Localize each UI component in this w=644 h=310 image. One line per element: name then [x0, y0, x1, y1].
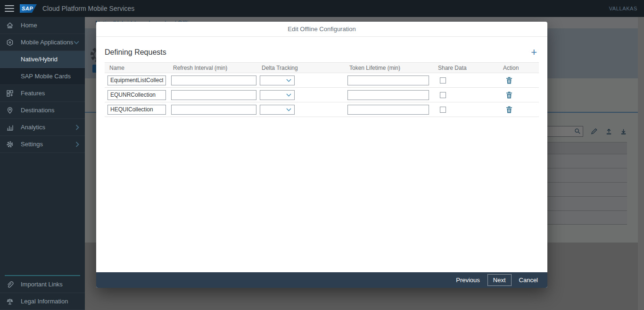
delta-tracking-select[interactable]: [260, 90, 295, 100]
sidebar-item-label: Analytics: [21, 124, 45, 131]
sidebar-item-destinations[interactable]: Destinations: [0, 102, 85, 119]
sidebar-footer: Important Links Legal Information: [0, 275, 85, 310]
mobile-applications-icon: [6, 38, 14, 47]
name-input[interactable]: [107, 105, 166, 115]
sidebar-item-legal-information[interactable]: Legal Information: [0, 293, 85, 310]
sidebar-item-label: Important Links: [21, 281, 63, 288]
user-name[interactable]: VALLAKAS: [609, 6, 637, 11]
chevron-down-icon: [74, 41, 79, 44]
sidebar-item-label: Native/Hybrid: [21, 56, 58, 63]
refresh-interval-input[interactable]: [171, 75, 256, 85]
sidebar-item-label: SAP Mobile Cards: [21, 73, 71, 80]
column-header-share-data: Share Data: [433, 65, 498, 71]
menu-icon[interactable]: [5, 5, 14, 12]
legal-icon: [6, 297, 14, 306]
link-icon: [6, 280, 14, 289]
shell-bar: SAP Cloud Platform Mobile Services VALLA…: [0, 0, 644, 17]
table-row: [105, 102, 539, 117]
token-lifetime-input[interactable]: [347, 105, 429, 115]
delta-tracking-select[interactable]: [260, 75, 295, 85]
sidebar-item-label: Destinations: [21, 107, 55, 114]
add-row-button[interactable]: +: [529, 48, 539, 57]
chevron-down-icon: [286, 79, 291, 82]
analytics-icon: [6, 123, 14, 132]
name-input[interactable]: [107, 90, 166, 100]
token-lifetime-input[interactable]: [347, 90, 429, 100]
dialog-footer: Previous Next Cancel: [96, 272, 547, 288]
delete-row-icon[interactable]: [506, 92, 512, 99]
settings-icon: [6, 140, 14, 149]
next-button[interactable]: Next: [487, 274, 512, 286]
features-icon: [6, 89, 14, 98]
table-row: [105, 88, 539, 102]
sidebar-item-label: Features: [21, 90, 45, 97]
delete-row-icon[interactable]: [506, 77, 512, 84]
chevron-down-icon: [286, 108, 291, 111]
section-title: Defining Requests: [105, 48, 166, 57]
share-data-checkbox[interactable]: [440, 77, 446, 84]
sidebar-item-label: Settings: [21, 141, 43, 148]
column-header-name: Name: [105, 65, 168, 71]
sidebar-item-label: Mobile Applications: [21, 39, 73, 46]
sidebar-item-analytics[interactable]: Analytics: [0, 119, 85, 136]
home-icon: [6, 21, 14, 30]
table-row: [105, 73, 539, 88]
chevron-down-icon: [286, 93, 291, 97]
chevron-right-icon: [75, 142, 79, 147]
column-header-token-lifetime: Token Lifetime (min): [345, 65, 433, 71]
chevron-right-icon: [75, 125, 79, 130]
token-lifetime-input[interactable]: [347, 75, 429, 85]
cancel-button[interactable]: Cancel: [515, 275, 542, 285]
column-header-action: Action: [498, 65, 539, 71]
delete-row-icon[interactable]: [506, 106, 512, 113]
sap-logo[interactable]: SAP: [20, 4, 37, 13]
refresh-interval-input[interactable]: [171, 105, 256, 115]
sidebar: Home Mobile Applications Native/Hybrid S…: [0, 17, 85, 310]
previous-button[interactable]: Previous: [452, 275, 484, 285]
shell-title: Cloud Platform Mobile Services: [42, 5, 134, 12]
dialog-body: Defining Requests + Name Refresh Interva…: [96, 37, 547, 272]
sidebar-item-label: Home: [21, 22, 37, 29]
column-header-delta-tracking: Delta Tracking: [257, 65, 345, 71]
table-header-row: Name Refresh Interval (min) Delta Tracki…: [105, 62, 539, 73]
sidebar-item-features[interactable]: Features: [0, 85, 85, 102]
delta-tracking-select[interactable]: [260, 105, 295, 115]
refresh-interval-input[interactable]: [171, 90, 256, 100]
sidebar-item-home[interactable]: Home: [0, 17, 85, 34]
name-input[interactable]: [107, 75, 166, 85]
destinations-icon: [6, 106, 14, 115]
sidebar-item-settings[interactable]: Settings: [0, 136, 85, 153]
sidebar-item-native-hybrid[interactable]: Native/Hybrid: [0, 51, 85, 68]
dialog-title: Edit Offline Configuration: [96, 22, 547, 37]
sidebar-item-sap-mobile-cards[interactable]: SAP Mobile Cards: [0, 68, 85, 85]
sidebar-item-important-links[interactable]: Important Links: [0, 276, 85, 293]
share-data-checkbox[interactable]: [440, 92, 446, 98]
sidebar-item-label: Legal Information: [21, 298, 68, 305]
sidebar-item-mobile-applications[interactable]: Mobile Applications: [0, 34, 85, 51]
share-data-checkbox[interactable]: [440, 107, 446, 113]
edit-offline-configuration-dialog: Edit Offline Configuration Defining Requ…: [96, 22, 547, 288]
column-header-refresh-interval: Refresh Interval (min): [168, 65, 257, 71]
